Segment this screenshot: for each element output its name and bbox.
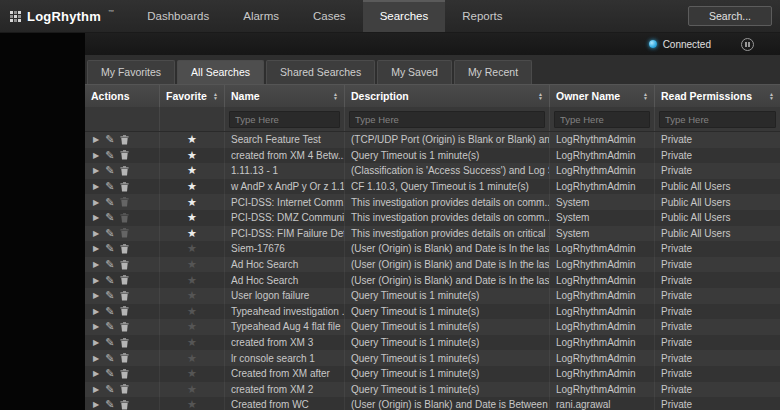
favorite-star-icon[interactable]: ★ (187, 134, 197, 145)
run-search-icon[interactable]: ▶ (93, 385, 99, 394)
tab-shared-searches[interactable]: Shared Searches (266, 60, 375, 84)
delete-search-icon[interactable] (120, 135, 129, 145)
run-search-icon[interactable]: ▶ (93, 182, 99, 191)
edit-search-icon[interactable]: ✎ (105, 320, 114, 333)
edit-search-icon[interactable]: ✎ (105, 305, 114, 318)
nav-item-dashboards[interactable]: Dashboards (130, 0, 226, 32)
table-row[interactable]: ▶✎★Siem-17676(User (Origin) is Blank) an… (85, 241, 780, 257)
edit-search-icon[interactable]: ✎ (105, 367, 114, 380)
edit-search-icon[interactable]: ✎ (105, 149, 114, 162)
edit-search-icon[interactable]: ✎ (105, 352, 114, 365)
favorite-star-icon[interactable]: ★ (187, 197, 197, 208)
column-header-owner-name[interactable]: Owner Name▲▼ (550, 85, 655, 107)
table-row[interactable]: ▶✎★Ad Hoc Search(User (Origin) is Blank)… (85, 272, 780, 288)
column-header-favorite[interactable]: Favorite▲▼ (160, 85, 225, 107)
column-header-description[interactable]: Description▲▼ (345, 85, 550, 107)
description-filter-input[interactable] (349, 111, 545, 128)
column-header-name[interactable]: Name▲▼ (225, 85, 345, 107)
favorite-star-icon[interactable]: ★ (187, 399, 197, 410)
edit-search-icon[interactable]: ✎ (105, 164, 114, 177)
table-row[interactable]: ▶✎★Typeahead Aug 4 flat fileQuery Timeou… (85, 319, 780, 335)
nav-item-alarms[interactable]: Alarms (226, 0, 296, 32)
edit-search-icon[interactable]: ✎ (105, 274, 114, 287)
delete-search-icon[interactable] (120, 213, 129, 223)
tab-my-saved[interactable]: My Saved (377, 60, 452, 84)
tab-all-searches[interactable]: All Searches (177, 60, 264, 84)
edit-search-icon[interactable]: ✎ (105, 211, 114, 224)
favorite-star-icon[interactable]: ★ (187, 228, 197, 239)
delete-search-icon[interactable] (120, 150, 129, 160)
table-row[interactable]: ▶✎★PCI-DSS: Internet Comm...This investi… (85, 194, 780, 210)
favorite-star-icon[interactable]: ★ (187, 181, 197, 192)
delete-search-icon[interactable] (120, 400, 129, 410)
run-search-icon[interactable]: ▶ (93, 151, 99, 160)
favorite-star-icon[interactable]: ★ (187, 368, 197, 379)
table-row[interactable]: ▶✎★Ad Hoc Search(User (Origin) is Blank)… (85, 257, 780, 273)
edit-search-icon[interactable]: ✎ (105, 242, 114, 255)
delete-search-icon[interactable] (120, 260, 129, 270)
favorite-star-icon[interactable]: ★ (187, 306, 197, 317)
edit-search-icon[interactable]: ✎ (105, 336, 114, 349)
column-header-read-permissions[interactable]: Read Permissions▲▼ (655, 85, 780, 107)
favorite-star-icon[interactable]: ★ (187, 290, 197, 301)
nav-item-reports[interactable]: Reports (445, 0, 519, 32)
delete-search-icon[interactable] (120, 369, 129, 379)
table-row[interactable]: ▶✎★created from XM 2Query Timeout is 1 m… (85, 382, 780, 398)
favorite-star-icon[interactable]: ★ (187, 243, 197, 254)
run-search-icon[interactable]: ▶ (93, 338, 99, 347)
run-search-icon[interactable]: ▶ (93, 198, 99, 207)
delete-search-icon[interactable] (120, 306, 129, 316)
run-search-icon[interactable]: ▶ (93, 135, 99, 144)
table-row[interactable]: ▶✎★1.11.13 - 1(Classification is 'Access… (85, 163, 780, 179)
favorite-star-icon[interactable]: ★ (187, 212, 197, 223)
sort-icon[interactable]: ▲▼ (769, 92, 774, 100)
favorite-star-icon[interactable]: ★ (187, 321, 197, 332)
delete-search-icon[interactable] (120, 338, 129, 348)
table-row[interactable]: ▶✎★Typeahead investigation ...Query Time… (85, 304, 780, 320)
pause-refresh-button[interactable] (741, 38, 754, 51)
sort-icon[interactable]: ▲▼ (643, 92, 648, 100)
table-row[interactable]: ▶✎★created from XM 4 Betw...Query Timeou… (85, 148, 780, 164)
favorite-star-icon[interactable]: ★ (187, 275, 197, 286)
run-search-icon[interactable]: ▶ (93, 400, 99, 409)
tab-my-recent[interactable]: My Recent (454, 60, 532, 84)
table-row[interactable]: ▶✎★Created from WC(User (Origin) is Blan… (85, 397, 780, 410)
delete-search-icon[interactable] (120, 197, 129, 207)
table-row[interactable]: ▶✎★User logon failureQuery Timeout is 1 … (85, 288, 780, 304)
table-row[interactable]: ▶✎★Created from XM afterQuery Timeout is… (85, 366, 780, 382)
delete-search-icon[interactable] (120, 275, 129, 285)
edit-search-icon[interactable]: ✎ (105, 180, 114, 193)
favorite-star-icon[interactable]: ★ (187, 259, 197, 270)
run-search-icon[interactable]: ▶ (93, 260, 99, 269)
table-row[interactable]: ▶✎★lr console search 1Query Timeout is 1… (85, 350, 780, 366)
run-search-icon[interactable]: ▶ (93, 291, 99, 300)
edit-search-icon[interactable]: ✎ (105, 398, 114, 410)
global-search-button[interactable]: Search... (688, 6, 772, 26)
delete-search-icon[interactable] (120, 244, 129, 254)
owner-filter-input[interactable] (554, 111, 650, 128)
run-search-icon[interactable]: ▶ (93, 307, 99, 316)
run-search-icon[interactable]: ▶ (93, 354, 99, 363)
favorite-star-icon[interactable]: ★ (187, 353, 197, 364)
permissions-filter-input[interactable] (659, 111, 776, 128)
edit-search-icon[interactable]: ✎ (105, 227, 114, 240)
sort-icon[interactable]: ▲▼ (538, 92, 543, 100)
edit-search-icon[interactable]: ✎ (105, 133, 114, 146)
delete-search-icon[interactable] (120, 291, 129, 301)
edit-search-icon[interactable]: ✎ (105, 289, 114, 302)
run-search-icon[interactable]: ▶ (93, 244, 99, 253)
table-row[interactable]: ▶✎★w AndP x AndP y Or z 1.1...CF 1.10.3,… (85, 179, 780, 195)
favorite-star-icon[interactable]: ★ (187, 384, 197, 395)
edit-search-icon[interactable]: ✎ (105, 258, 114, 271)
edit-search-icon[interactable]: ✎ (105, 196, 114, 209)
run-search-icon[interactable]: ▶ (93, 229, 99, 238)
table-row[interactable]: ▶✎★Search Feature Test(TCP/UDP Port (Ori… (85, 132, 780, 148)
table-row[interactable]: ▶✎★PCI-DSS: DMZ Communic...This investig… (85, 210, 780, 226)
table-row[interactable]: ▶✎★created from XM 3Query Timeout is 1 m… (85, 335, 780, 351)
delete-search-icon[interactable] (120, 353, 129, 363)
favorite-star-icon[interactable]: ★ (187, 337, 197, 348)
run-search-icon[interactable]: ▶ (93, 322, 99, 331)
run-search-icon[interactable]: ▶ (93, 369, 99, 378)
table-row[interactable]: ▶✎★PCI-DSS: FIM Failure DetailThis inves… (85, 226, 780, 242)
tab-my-favorites[interactable]: My Favorites (87, 60, 175, 84)
